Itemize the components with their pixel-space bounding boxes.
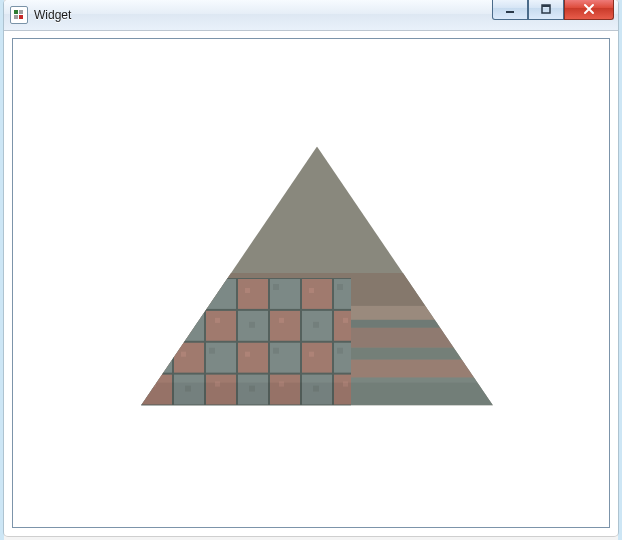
app-icon — [10, 6, 28, 24]
client-area — [12, 38, 610, 528]
svg-rect-1 — [19, 10, 23, 14]
minimize-button[interactable] — [492, 0, 528, 20]
svg-rect-0 — [14, 10, 18, 14]
close-button[interactable] — [564, 0, 614, 20]
textured-triangle — [113, 139, 533, 438]
svg-rect-26 — [113, 383, 533, 408]
maximize-button[interactable] — [528, 0, 564, 20]
render-canvas — [13, 39, 609, 527]
svg-rect-25 — [141, 278, 351, 437]
titlebar[interactable]: Widget — [4, 0, 618, 31]
svg-rect-2 — [14, 15, 18, 19]
app-window: Widget — [4, 0, 618, 536]
svg-rect-6 — [542, 5, 550, 7]
window-title: Widget — [34, 8, 71, 22]
svg-rect-4 — [506, 11, 514, 13]
window-buttons — [492, 0, 614, 20]
svg-rect-3 — [19, 15, 23, 19]
